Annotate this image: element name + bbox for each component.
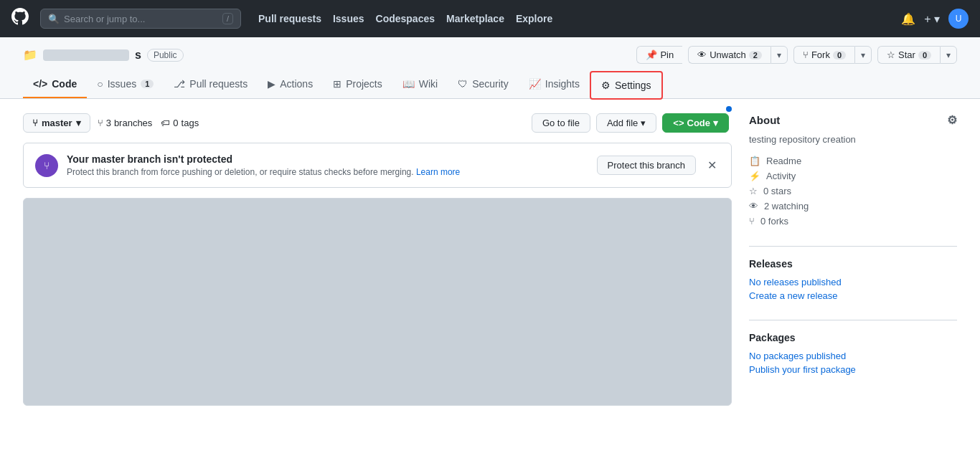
releases-title: Releases (749, 258, 957, 270)
projects-icon: ⊞ (333, 78, 341, 90)
search-input[interactable] (64, 14, 218, 24)
file-tree-area (23, 198, 732, 406)
repo-description: testing repository creation (749, 134, 957, 145)
repo-header: 📁 s Public 📌 Pin 👁 Unwatch 2 ▾ ⑂ Fork 0 … (0, 37, 980, 99)
tags-link[interactable]: 🏷 0 tags (161, 118, 199, 128)
alert-title: Your master branch isn't protected (67, 153, 588, 165)
topnav-codespaces[interactable]: Codespaces (376, 13, 435, 24)
unwatch-dropdown[interactable]: ▾ (771, 46, 788, 64)
sidebar: About ⚙ testing repository creation 📋 Re… (749, 113, 957, 406)
issues-icon: ○ (97, 78, 103, 90)
alert-description: Protect this branch from force pushing o… (67, 167, 588, 177)
sidebar-divider-2 (749, 320, 957, 320)
add-file-button[interactable]: Add file ▾ (596, 113, 656, 133)
tab-wiki[interactable]: 📖 Wiki (392, 71, 448, 98)
learn-more-link[interactable]: Learn more (416, 167, 460, 177)
unwatch-button[interactable]: 👁 Unwatch 2 (688, 46, 771, 64)
unwatch-group: 👁 Unwatch 2 ▾ (688, 46, 788, 64)
fork-stat-icon: ⑂ (749, 216, 755, 227)
content-left: ⑂ master ▾ ⑂ 3 branches 🏷 0 tags Go to f… (23, 113, 732, 406)
create-release-link[interactable]: Create a new release (749, 289, 957, 303)
packages-title: Packages (749, 332, 957, 343)
no-packages-link[interactable]: No packages published (749, 349, 957, 363)
branch-protection-alert: ⑂ Your master branch isn't protected Pro… (23, 143, 732, 188)
pin-button[interactable]: 📌 Pin (636, 46, 682, 64)
repo-icon: 📁 (23, 48, 37, 62)
readme-link[interactable]: 📋 Readme (749, 153, 957, 168)
master-branch-button[interactable]: ⑂ master ▾ (23, 113, 90, 133)
github-logo[interactable] (11, 8, 29, 29)
tab-issues[interactable]: ○ Issues 1 (87, 71, 164, 98)
branches-link[interactable]: ⑂ 3 branches (98, 118, 153, 128)
repo-name-suffix: s (135, 49, 141, 62)
branch-actions: Go to file Add file ▾ <> Code ▾ (532, 113, 732, 133)
avatar[interactable]: U (948, 9, 969, 29)
star-button[interactable]: ☆ Star 0 (877, 46, 940, 64)
tab-code[interactable]: </> Code (23, 71, 87, 98)
tab-actions[interactable]: ▶ Actions (258, 71, 323, 98)
top-navigation: 🔍 / Pull requests Issues Codespaces Mark… (0, 0, 980, 37)
protect-branch-button[interactable]: Protect this branch (597, 156, 696, 175)
notification-button[interactable]: 🔔 (901, 12, 915, 26)
add-file-group: Add file ▾ (596, 113, 656, 133)
topnav-pull-requests[interactable]: Pull requests (258, 13, 321, 24)
repo-title-row: 📁 s Public 📌 Pin 👁 Unwatch 2 ▾ ⑂ Fork 0 … (23, 46, 957, 64)
packages-section: Packages No packages published Publish y… (749, 332, 957, 376)
wiki-icon: 📖 (402, 78, 415, 90)
branch-icon: ⑂ (32, 118, 38, 128)
sidebar-divider-1 (749, 246, 957, 247)
topnav-marketplace[interactable]: Marketplace (446, 13, 504, 24)
tab-pull-requests[interactable]: ⎇ Pull requests (164, 71, 258, 98)
activity-icon: ⚡ (749, 171, 760, 181)
topnav-explore[interactable]: Explore (516, 13, 552, 24)
about-title: About ⚙ (749, 113, 957, 127)
code-button[interactable]: <> Code ▾ (662, 113, 729, 133)
notification-dot (726, 106, 732, 112)
topnav-issues[interactable]: Issues (333, 13, 364, 24)
readme-icon: 📋 (749, 156, 760, 166)
public-badge: Public (147, 49, 184, 62)
tab-insights[interactable]: 📈 Insights (519, 71, 590, 98)
repo-tabs: </> Code ○ Issues 1 ⎇ Pull requests ▶ Ac… (23, 71, 957, 98)
settings-icon: ⚙ (601, 80, 611, 91)
pr-icon: ⎇ (174, 78, 185, 90)
repo-name-blurred (43, 49, 129, 61)
search-icon: 🔍 (48, 14, 60, 24)
stars-stat: ☆ 0 stars (749, 184, 957, 199)
tab-projects[interactable]: ⊞ Projects (323, 71, 392, 98)
alert-close-button[interactable]: ✕ (705, 158, 720, 172)
publish-package-link[interactable]: Publish your first package (749, 363, 957, 376)
code-icon-btn: <> (673, 118, 684, 128)
watching-stat: 👁 2 watching (749, 199, 957, 214)
about-gear-icon[interactable]: ⚙ (947, 113, 957, 127)
activity-link[interactable]: ⚡ Activity (749, 168, 957, 184)
tag-icon: 🏷 (161, 118, 170, 128)
main-content: ⑂ master ▾ ⑂ 3 branches 🏷 0 tags Go to f… (0, 99, 980, 420)
tab-security[interactable]: 🛡 Security (448, 71, 519, 98)
fork-button[interactable]: ⑂ Fork 0 (793, 46, 854, 64)
no-releases-link[interactable]: No releases published (749, 275, 957, 289)
actions-icon: ▶ (268, 78, 275, 90)
star-group: ☆ Star 0 ▾ (877, 46, 957, 64)
star-dropdown[interactable]: ▾ (940, 46, 957, 64)
search-box[interactable]: 🔍 / (40, 9, 241, 29)
go-to-file-button[interactable]: Go to file (532, 113, 590, 133)
about-section: About ⚙ testing repository creation 📋 Re… (749, 113, 957, 229)
insights-icon: 📈 (529, 78, 541, 90)
alert-text: Your master branch isn't protected Prote… (67, 153, 588, 177)
star-icon: ☆ (749, 186, 758, 196)
fork-dropdown[interactable]: ▾ (854, 46, 872, 64)
code-icon: </> (33, 78, 47, 90)
alert-avatar: ⑂ (35, 154, 58, 177)
code-chevron: ▾ (713, 118, 718, 128)
branches-icon: ⑂ (98, 118, 103, 128)
branch-bar: ⑂ master ▾ ⑂ 3 branches 🏷 0 tags Go to f… (23, 113, 732, 133)
forks-stat: ⑂ 0 forks (749, 214, 957, 229)
topnav-links: Pull requests Issues Codespaces Marketpl… (258, 13, 552, 24)
tab-settings[interactable]: ⚙ Settings (590, 71, 663, 100)
pin-group: 📌 Pin (636, 46, 682, 64)
new-item-button[interactable]: + ▾ (924, 12, 940, 26)
repo-actions: 📌 Pin 👁 Unwatch 2 ▾ ⑂ Fork 0 ▾ ☆ Star 0 … (636, 46, 957, 64)
security-icon: 🛡 (458, 78, 468, 90)
fork-group: ⑂ Fork 0 ▾ (793, 46, 872, 64)
